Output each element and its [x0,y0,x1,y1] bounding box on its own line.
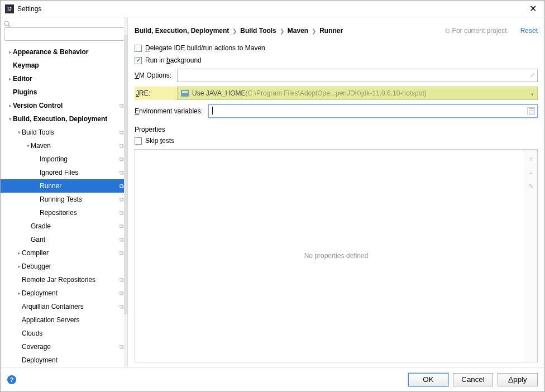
title-bar: IJ Settings ✕ [1,1,544,17]
tree-node-keymap[interactable]: Keymap [1,59,127,72]
properties-area: No properties defined ＋ − ✎ [135,149,538,362]
tree-node-version-control[interactable]: ▸Version Control⧉ [1,99,127,112]
tree-node-repositories[interactable]: Repositories⧉ [1,206,127,219]
window-title: Settings [17,5,526,13]
chevron-right-icon[interactable]: ▸ [16,264,22,269]
tree-label: Application Servers [22,316,124,324]
app-icon: IJ [5,4,14,13]
tree-label: Clouds [22,329,124,337]
skip-tests-label[interactable]: Skip tests [145,137,174,145]
chevron-right-icon[interactable]: ▸ [7,103,13,108]
tree-node-gradle[interactable]: Gradle⧉ [1,219,127,233]
vm-options-row: VM Options: ⤢ [135,69,538,82]
tree-label: Ignored Files [40,169,119,176]
folder-icon [181,90,189,97]
help-icon[interactable]: ? [7,375,16,384]
reset-link[interactable]: Reset [520,27,538,35]
properties-label: Properties [135,126,538,133]
tree-node-remote-jar-repositories[interactable]: Remote Jar Repositories⧉ [1,273,127,286]
svg-point-0 [4,21,9,26]
tree-node-application-servers[interactable]: Application Servers [1,313,127,327]
tree-node-deployment[interactable]: ▸Deployment⧉ [1,286,127,300]
chevron-down-icon: ▾ [531,92,534,97]
delegate-checkbox[interactable] [135,45,142,52]
tree-node-appearance-behavior[interactable]: ▸Appearance & Behavior [1,45,127,59]
chevron-right-icon[interactable]: ▸ [16,250,22,256]
tree-node-clouds[interactable]: Clouds [1,327,127,340]
tree-node-ignored-files[interactable]: Ignored Files⧉ [1,166,127,179]
copy-icon: ⧉ [119,303,124,310]
run-in-background-checkbox[interactable] [135,57,142,64]
copy-icon: ⧉ [119,196,124,203]
tree-node-arquillian-containers[interactable]: Arquillian Containers⧉ [1,300,127,313]
tree-label: Gradle [31,222,119,230]
chevron-right-icon[interactable]: ▸ [16,290,22,296]
env-row: Environment variables: ☰ [135,104,538,118]
breadcrumb[interactable]: Maven [288,27,308,35]
tree-node-runner[interactable]: Runner⧉ [1,179,127,193]
tree-node-editor[interactable]: ▸Editor [1,72,127,85]
main-header: Build, Execution, Deployment ❯ Build Too… [135,17,538,44]
tree-node-deployment[interactable]: Deployment [1,353,127,367]
copy-icon: ⧉ [119,223,124,230]
remove-icon[interactable]: − [529,169,533,177]
copy-icon: ⧉ [119,102,124,109]
sidebar: ▸Appearance & BehaviorKeymap▸EditorPlugi… [1,17,128,367]
tree-node-maven[interactable]: ▾Maven⧉ [1,139,127,152]
tree-node-build-tools[interactable]: ▾Build Tools⧉ [1,126,127,139]
list-icon[interactable]: ☰ [527,107,535,115]
background-label[interactable]: Run in background [145,56,202,64]
tree-label: Build Tools [22,128,119,136]
ok-button[interactable]: OK [408,373,448,386]
chevron-down-icon[interactable]: ▾ [7,116,13,122]
tree-node-debugger[interactable]: ▸Debugger [1,260,127,273]
tree-node-coverage[interactable]: Coverage⧉ [1,340,127,353]
vm-options-label: VM Options: [135,71,177,79]
properties-toolbar: ＋ − ✎ [524,150,537,362]
copy-icon: ⧉ [119,183,124,190]
svg-line-1 [8,25,10,27]
tree-label: Build, Execution, Deployment [13,115,124,123]
expand-icon[interactable]: ⤢ [530,71,535,79]
skip-tests-row: Skip tests [135,137,538,145]
tree-label: Remote Jar Repositories [22,276,119,284]
footer: ? OK Cancel Apply [1,367,544,391]
background-row: Run in background [135,56,538,64]
copy-icon: ⧉ [119,156,124,163]
chevron-right-icon[interactable]: ▸ [7,76,13,82]
tree-label: Version Control [13,102,119,109]
breadcrumb[interactable]: Build Tools [240,27,276,35]
jre-dropdown[interactable]: Use JAVA_HOME (C:\Program Files\AdoptOpe… [177,87,538,100]
apply-button[interactable]: Apply [498,373,538,386]
copy-icon: ⧉ [445,27,450,35]
tree-node-plugins[interactable]: Plugins [1,85,127,99]
skip-tests-checkbox[interactable] [135,137,142,145]
copy-icon: ⧉ [119,142,124,150]
search-input[interactable] [4,27,125,41]
jre-row: JRE: Use JAVA_HOME (C:\Program Files\Ado… [135,87,538,100]
tree-node-gant[interactable]: Gant⧉ [1,233,127,246]
tree-node-importing[interactable]: Importing⧉ [1,152,127,166]
edit-icon[interactable]: ✎ [528,183,534,190]
tree-label: Keymap [13,61,124,69]
tree-label: Runner [40,182,119,190]
cancel-button[interactable]: Cancel [453,373,493,386]
env-variables-input[interactable]: ☰ [208,104,538,118]
close-icon[interactable]: ✕ [526,3,540,14]
add-icon[interactable]: ＋ [528,154,534,164]
tree-node-build-execution-deployment[interactable]: ▾Build, Execution, Deployment [1,112,127,126]
tree-label: Gant [31,236,119,243]
chevron-down-icon[interactable]: ▾ [16,130,22,135]
tree-node-compiler[interactable]: ▸Compiler⧉ [1,246,127,260]
delegate-label[interactable]: Delegate IDE build/run actions to Maven [145,44,265,52]
chevron-down-icon[interactable]: ▾ [25,143,31,149]
no-properties-text: No properties defined [304,252,369,260]
jre-label: JRE: [135,87,177,100]
settings-tree: ▸Appearance & BehaviorKeymap▸EditorPlugi… [1,44,127,367]
vm-options-input[interactable]: ⤢ [177,69,538,82]
chevron-right-icon[interactable]: ▸ [7,49,13,55]
scrollbar[interactable] [124,17,127,367]
tree-label: Deployment [22,289,119,297]
breadcrumb[interactable]: Build, Execution, Deployment [135,27,229,35]
tree-node-running-tests[interactable]: Running Tests⧉ [1,193,127,206]
